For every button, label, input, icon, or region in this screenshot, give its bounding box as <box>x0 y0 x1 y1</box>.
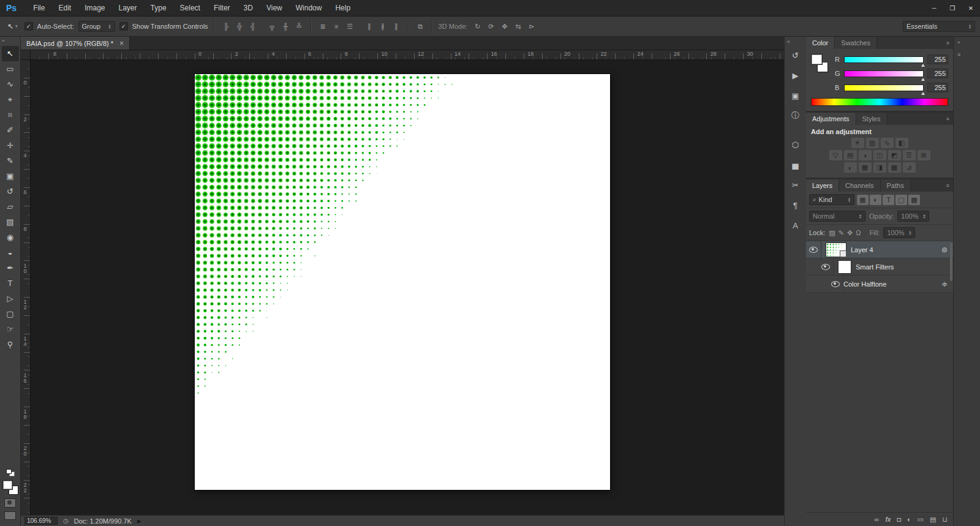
scrollbar-thumb[interactable] <box>950 243 952 281</box>
distribute-left-edges-icon[interactable]: ∥ <box>364 21 375 31</box>
path-selection-tool[interactable]: ▷ <box>2 291 19 306</box>
adjustment-color-balance-icon[interactable]: ◑ <box>859 150 872 160</box>
align-left-edges-icon[interactable]: ╠ <box>221 21 232 31</box>
foreground-background-colors[interactable] <box>2 480 18 495</box>
lock-all-icon[interactable]: Ω <box>856 229 861 236</box>
crop-tool[interactable]: ⌗ <box>2 107 19 122</box>
character-panel-icon[interactable]: A <box>788 218 804 233</box>
paragraph-panel-icon[interactable]: ¶ <box>788 198 804 212</box>
spot-healing-brush-tool[interactable]: ✛ <box>2 138 19 153</box>
pan-3d-camera-icon[interactable]: ✥ <box>499 21 510 31</box>
brush-tool[interactable]: ✎ <box>2 153 19 168</box>
auto-align-layers-icon[interactable]: ⧉ <box>415 21 426 31</box>
adjustment-hue-saturation-icon[interactable]: ▤ <box>844 150 857 160</box>
filter-pixel-layers-icon[interactable]: ▦ <box>857 195 869 205</box>
distribute-right-edges-icon[interactable]: ∥ <box>391 21 402 31</box>
color-spectrum-ramp[interactable] <box>811 98 948 106</box>
panel-menu-icon[interactable]: ≡ <box>943 116 953 122</box>
adjustment-black-white-icon[interactable]: ◫ <box>873 150 886 160</box>
filter-adjustment-layers-icon[interactable]: ◐ <box>870 195 881 205</box>
menu-edit[interactable]: Edit <box>51 4 78 12</box>
visibility-eye-icon[interactable] <box>806 241 821 258</box>
filter-mask-thumbnail[interactable] <box>838 260 851 274</box>
adjustment-selective-color-icon[interactable]: ⊿ <box>903 162 916 173</box>
histogram-panel-icon[interactable]: ▅ <box>788 157 804 172</box>
align-right-edges-icon[interactable]: ╣ <box>247 21 259 31</box>
menu-help[interactable]: Help <box>328 4 357 12</box>
screen-mode-button[interactable] <box>4 511 16 520</box>
close-button[interactable]: ✕ <box>962 2 980 14</box>
layer-row-smart-filters[interactable]: Smart Filters <box>806 258 953 276</box>
add-layer-mask-icon[interactable]: ◘ <box>897 516 901 523</box>
dock-collapse-icon[interactable]: « <box>957 39 980 45</box>
align-vertical-centers-icon[interactable]: ╫ <box>280 21 292 31</box>
history-brush-tool[interactable]: ↺ <box>2 184 19 199</box>
rectangular-marquee-tool[interactable]: ▭ <box>2 61 19 77</box>
slide-3d-camera-icon[interactable]: ⇆ <box>512 21 524 31</box>
auto-select-checkbox[interactable] <box>24 22 33 31</box>
adjustment-photo-filter-icon[interactable]: ◩ <box>888 150 901 160</box>
filter-kind-dropdown[interactable]: ⌕ Kind <box>809 194 854 205</box>
distribute-horizontal-centers-icon[interactable]: ∦ <box>377 21 389 31</box>
zoom-level-field[interactable]: 106.69% <box>24 517 58 525</box>
lock-pixels-icon[interactable]: ✎ <box>839 229 844 237</box>
default-colors-icon[interactable] <box>6 469 15 476</box>
new-layer-icon[interactable]: ▤ <box>930 516 936 524</box>
rotate-3d-camera-icon[interactable]: ↻ <box>472 21 483 31</box>
lasso-tool[interactable]: ∿ <box>2 77 19 92</box>
panel-menu-icon[interactable]: ≡ <box>943 40 953 46</box>
visibility-eye-icon[interactable] <box>828 276 843 292</box>
panel-menu-icon[interactable]: ≡ <box>957 51 980 58</box>
document-canvas[interactable] <box>195 74 610 490</box>
distribute-top-edges-icon[interactable]: ≣ <box>317 21 329 31</box>
tab-close-icon[interactable]: × <box>119 39 124 48</box>
roll-3d-camera-icon[interactable]: ⟳ <box>485 21 497 31</box>
adjustment-curves-icon[interactable]: ∿ <box>881 138 894 148</box>
restore-button[interactable]: ❐ <box>943 2 962 14</box>
menu-layer[interactable]: Layer <box>112 4 144 12</box>
workspace-switcher[interactable]: Essentials <box>903 21 975 32</box>
rectangle-tool[interactable]: ▢ <box>2 306 19 321</box>
adjustment-gradient-map-icon[interactable]: ▩ <box>888 162 901 173</box>
tab-styles[interactable]: Styles <box>856 113 888 125</box>
eyedropper-tool[interactable]: ✐ <box>2 122 19 138</box>
adjustment-exposure-icon[interactable]: ◧ <box>895 138 908 148</box>
align-top-edges-icon[interactable]: ╦ <box>266 21 278 31</box>
layer-thumbnail[interactable] <box>826 242 846 257</box>
type-tool[interactable]: T <box>2 276 19 291</box>
channel-value-g[interactable]: 255 <box>927 69 948 78</box>
eraser-tool[interactable]: ▱ <box>2 199 19 214</box>
panel-menu-icon[interactable]: ≡ <box>943 182 953 189</box>
align-horizontal-centers-icon[interactable]: ╬ <box>234 21 246 31</box>
tools-expand-icon[interactable]: » <box>0 37 20 46</box>
filter-smart-objects-icon[interactable]: ▩ <box>908 195 920 205</box>
info-panel-icon[interactable]: ⓘ <box>788 108 804 123</box>
status-menu-arrow-icon[interactable]: ▶ <box>137 518 141 524</box>
quick-selection-tool[interactable]: ⌖ <box>2 92 19 107</box>
link-layers-icon[interactable]: ∞ <box>875 516 880 523</box>
lock-position-icon[interactable]: ✥ <box>847 229 853 237</box>
color-panel-swatches[interactable] <box>811 54 829 72</box>
adjustment-levels-icon[interactable]: ▥ <box>866 138 879 148</box>
auto-select-mode-dropdown[interactable]: Group <box>78 21 115 32</box>
delete-layer-icon[interactable]: ⊔ <box>942 516 948 524</box>
channel-value-r[interactable]: 255 <box>927 54 948 64</box>
dodge-tool[interactable]: ◒ <box>2 245 19 260</box>
properties-panel-icon[interactable]: ▣ <box>788 88 804 103</box>
adjustment-color-lookup-icon[interactable]: ⊞ <box>918 150 930 160</box>
tab-channels[interactable]: Channels <box>839 179 880 192</box>
layer-style-icon[interactable]: fx <box>885 516 891 523</box>
layer-name[interactable]: Layer 4 <box>851 246 873 254</box>
tab-color[interactable]: Color <box>806 37 835 49</box>
hand-tool[interactable]: ☞ <box>2 321 19 337</box>
menu-filter[interactable]: Filter <box>207 4 237 12</box>
document-tab[interactable]: BAIA.psd @ 107% (RGB/8) * × <box>21 37 130 50</box>
adjustment-invert-icon[interactable]: ◐ <box>844 162 857 173</box>
filter-options-icon[interactable]: ≑ <box>941 280 948 288</box>
blur-tool[interactable]: ◉ <box>2 230 19 245</box>
channel-slider-r[interactable] <box>844 56 924 63</box>
adjustment-posterize-icon[interactable]: ▦ <box>859 162 872 173</box>
zoom-3d-camera-icon[interactable]: ⊳ <box>526 21 537 31</box>
layer-row-layer-4[interactable]: Layer 4⊚ <box>806 241 953 258</box>
filter-type-layers-icon[interactable]: T <box>883 195 894 205</box>
